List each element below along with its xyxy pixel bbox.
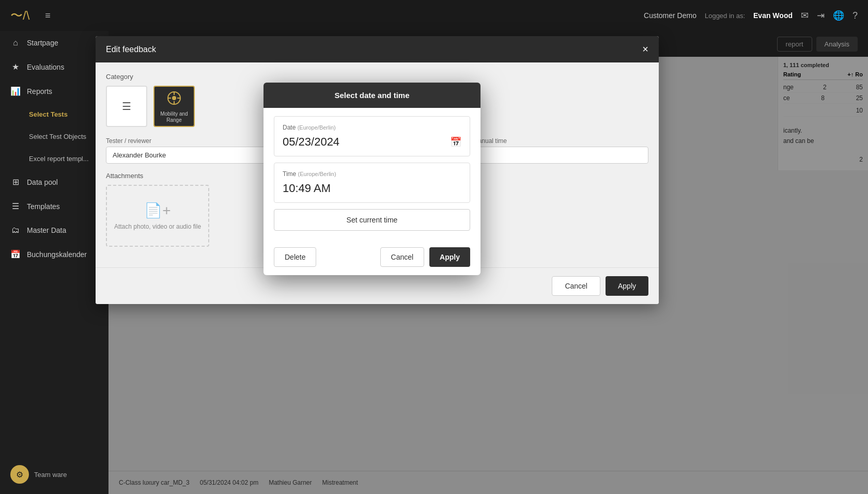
sidebar-item-master-data[interactable]: 🗂 Master Data xyxy=(0,218,109,242)
date-section: Date (Europe/Berlin) 05/23/2024 📅 xyxy=(274,116,470,156)
tester-label: Tester / reviewer xyxy=(106,137,281,145)
customer-name: Customer Demo xyxy=(644,11,696,20)
sidebar-item-reports[interactable]: 📊 Reports xyxy=(0,79,109,103)
time-value-row: 10:49 AM xyxy=(283,182,461,195)
sidebar-item-data-pool[interactable]: ⊞ Data pool xyxy=(0,170,109,194)
sidebar: ⌂ Startpage ★ Evaluations 📊 Reports Sele… xyxy=(0,31,109,494)
date-timezone: (Europe/Berlin) xyxy=(298,124,336,131)
tester-input[interactable] xyxy=(106,147,281,164)
globe-icon[interactable]: 🌐 xyxy=(833,10,844,21)
sidebar-label-buchungskalender: Buchungskalender xyxy=(27,250,87,259)
time-section: Time (Europe/Berlin) 10:49 AM xyxy=(274,163,470,203)
date-value-row: 05/23/2024 📅 xyxy=(283,135,461,149)
sidebar-item-evaluations[interactable]: ★ Evaluations xyxy=(0,55,109,79)
topbar: 〜/\ ≡ Customer Demo Logged in as: Evan W… xyxy=(0,0,868,31)
edit-feedback-cancel-button[interactable]: Cancel xyxy=(552,276,600,296)
mobility-icon xyxy=(166,90,182,109)
logo-icon: 〜/\ xyxy=(10,7,29,24)
category-list-item[interactable]: ☰ xyxy=(106,86,147,127)
datapool-icon: ⊞ xyxy=(10,177,21,187)
logo: 〜/\ xyxy=(10,7,29,24)
time-display: 10:49 AM xyxy=(283,182,331,195)
manual-time-label: Manual time xyxy=(473,137,648,145)
sidebar-label-startpage: Startpage xyxy=(27,39,58,47)
sidebar-label-excel: Excel report templ... xyxy=(29,155,89,163)
set-current-time-button[interactable]: Set current time xyxy=(274,209,470,231)
manual-time-field: Manual time xyxy=(473,137,648,164)
username: Evan Wood xyxy=(753,11,793,20)
time-timezone: (Europe/Berlin) xyxy=(298,171,336,177)
calendar-picker-icon[interactable]: 📅 xyxy=(450,136,461,148)
datetime-footer-right: Cancel Apply xyxy=(380,247,470,267)
datetime-footer: Delete Cancel Apply xyxy=(264,241,481,275)
logout-icon[interactable]: ⇥ xyxy=(817,10,825,21)
sidebar-label-evaluations: Evaluations xyxy=(27,63,64,71)
brand-logo: ⚙ xyxy=(10,465,29,484)
sidebar-item-select-tests[interactable]: Select Tests xyxy=(0,103,109,125)
edit-feedback-apply-button[interactable]: Apply xyxy=(606,276,648,296)
sidebar-item-select-test-objects[interactable]: Select Test Objects xyxy=(0,125,109,148)
datetime-header: Select date and time xyxy=(264,83,481,108)
sidebar-label-reports: Reports xyxy=(27,87,52,95)
mobility-label: Mobility and Range xyxy=(154,111,194,123)
category-mobility-item[interactable]: Mobility and Range xyxy=(153,86,195,127)
sidebar-label-select-tests: Select Tests xyxy=(29,110,68,118)
sidebar-label-templates: Templates xyxy=(27,202,60,211)
help-icon[interactable]: ? xyxy=(853,10,858,21)
sidebar-item-templates[interactable]: ☰ Templates xyxy=(0,194,109,218)
sidebar-item-excel-report[interactable]: Excel report templ... xyxy=(0,148,109,170)
templates-icon: ☰ xyxy=(10,201,21,211)
date-display: 05/23/2024 xyxy=(283,135,339,149)
category-label: Category xyxy=(106,73,648,81)
edit-feedback-title: Edit feedback xyxy=(106,45,156,54)
topbar-right: Customer Demo Logged in as: Evan Wood ✉ … xyxy=(644,10,858,21)
logged-in-label: Logged in as: xyxy=(705,12,745,20)
master-data-icon: 🗂 xyxy=(10,226,21,235)
home-icon: ⌂ xyxy=(10,38,21,47)
datetime-apply-button[interactable]: Apply xyxy=(429,247,470,267)
chart-icon: 📊 xyxy=(10,86,21,96)
menu-icon[interactable]: ≡ xyxy=(45,10,51,21)
attach-file-icon: 📄+ xyxy=(144,202,171,219)
datetime-title: Select date and time xyxy=(334,91,409,100)
sidebar-label-datapool: Data pool xyxy=(27,178,58,186)
sidebar-label-select-objects: Select Test Objects xyxy=(29,133,86,140)
datetime-modal: Select date and time Date (Europe/Berlin… xyxy=(264,83,481,275)
date-section-label: Date (Europe/Berlin) xyxy=(283,124,461,131)
tester-field: Tester / reviewer xyxy=(106,137,281,164)
datetime-cancel-button[interactable]: Cancel xyxy=(380,247,425,267)
sidebar-item-buchungskalender[interactable]: 📅 Buchungskalender xyxy=(0,242,109,266)
sidebar-bottom: ⚙ Team ware xyxy=(0,455,109,494)
calendar-icon: 📅 xyxy=(10,249,21,259)
datetime-body: Date (Europe/Berlin) 05/23/2024 📅 Time (… xyxy=(264,108,481,241)
time-section-label: Time (Europe/Berlin) xyxy=(283,170,461,178)
sidebar-item-startpage[interactable]: ⌂ Startpage xyxy=(0,31,109,55)
sidebar-label-master-data: Master Data xyxy=(27,226,66,234)
edit-feedback-close-button[interactable]: × xyxy=(642,43,648,55)
attachment-dropzone[interactable]: 📄+ Attach photo, video or audio file xyxy=(106,185,209,247)
svg-point-1 xyxy=(172,96,176,100)
attach-hint: Attach photo, video or audio file xyxy=(114,223,201,230)
delete-button[interactable]: Delete xyxy=(274,247,316,267)
mail-icon[interactable]: ✉ xyxy=(801,10,809,21)
edit-feedback-header: Edit feedback × xyxy=(96,36,659,62)
star-icon: ★ xyxy=(10,62,21,72)
manual-time-input[interactable] xyxy=(473,147,648,164)
brand-name: Team ware xyxy=(34,471,67,479)
list-icon: ☰ xyxy=(122,100,131,113)
